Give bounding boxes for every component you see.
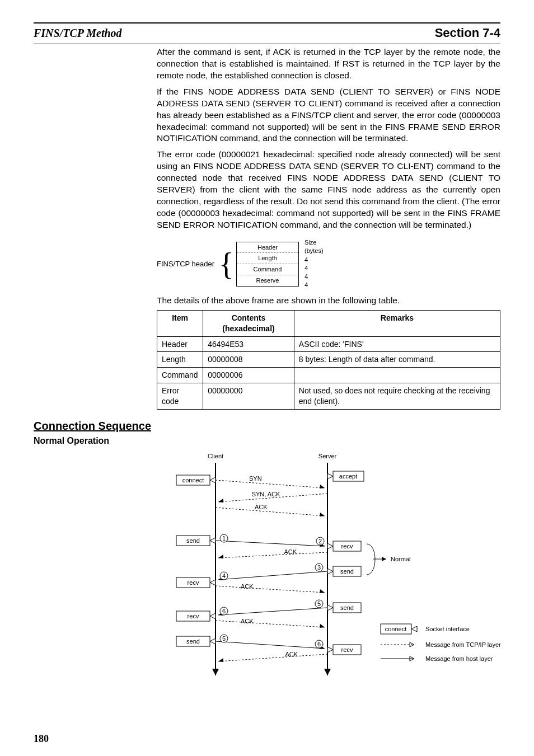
svg-marker-18 <box>327 543 333 549</box>
frame-stack: Header Length Command Reserve <box>236 242 299 287</box>
sequence-svg: Client Server connect send recv <box>157 452 515 687</box>
svg-text:send: send <box>340 568 354 575</box>
subsection-heading: Normal Operation <box>34 436 500 446</box>
cell-item: Header <box>157 336 203 352</box>
table-row: Length 00000008 8 bytes: Length of data … <box>157 352 500 368</box>
cell-contents: 00000006 <box>203 368 294 383</box>
svg-marker-40 <box>320 589 325 593</box>
svg-marker-32 <box>320 513 325 516</box>
legend-tcp-layer: Message from TCP/IP layer <box>381 641 501 648</box>
header-right: Section 7-4 <box>435 26 500 40</box>
svg-marker-21 <box>327 569 333 574</box>
size-val-2: 4 <box>305 273 324 281</box>
svg-text:send: send <box>340 604 354 611</box>
size-header1: Size <box>305 239 324 246</box>
svg-text:send: send <box>186 537 200 544</box>
table-row: Header 46494E53 ASCII code: 'FINS' <box>157 336 500 352</box>
ack-arrow-1 <box>216 508 325 516</box>
svg-marker-15 <box>327 473 333 479</box>
cell-remarks: Not used, so does not require checking a… <box>294 383 500 410</box>
svg-marker-27 <box>327 647 333 652</box>
frame-details-table: Item Contents (hexadecimal) Remarks Head… <box>157 310 500 410</box>
svg-marker-31 <box>218 499 223 503</box>
cell-item: Length <box>157 352 203 368</box>
server-call-send-2: send <box>327 603 361 613</box>
svg-text:recv: recv <box>341 543 353 550</box>
server-call-accept: accept <box>327 471 364 481</box>
svg-marker-52 <box>411 626 417 632</box>
svg-marker-5 <box>210 538 216 543</box>
svg-text:6: 6 <box>317 641 321 647</box>
svg-text:4: 4 <box>222 572 226 579</box>
ack-arrow-5 <box>218 654 327 661</box>
ack-label-4: ACK <box>241 618 254 624</box>
cell-item: Command <box>157 368 203 383</box>
server-lifeline-arrow-icon <box>324 669 331 675</box>
svg-text:accept: accept <box>339 473 357 480</box>
svg-marker-48 <box>218 658 223 662</box>
frame-group-label: FINS/TCP header <box>157 259 214 269</box>
size-val-0: 4 <box>305 256 324 264</box>
svg-text:Message from host layer: Message from host layer <box>425 655 493 662</box>
msg-5-arrow <box>218 608 327 615</box>
svg-marker-11 <box>210 613 216 619</box>
msg-5b-arrow <box>216 641 325 649</box>
paragraph-2: If the FINS NODE ADDRESS DATA SEND (CLIE… <box>157 86 500 145</box>
ack-arrow-2 <box>218 552 327 558</box>
ack-arrow-4 <box>216 621 325 627</box>
cell-remarks: 8 bytes: Length of data after command. <box>294 352 500 368</box>
syn-label: SYN <box>249 475 262 482</box>
svg-marker-30 <box>320 485 325 489</box>
normal-label: Normal <box>391 556 410 562</box>
legend-socket-interface: Socket interface <box>425 626 470 632</box>
svg-text:recv: recv <box>188 579 199 586</box>
svg-text:recv: recv <box>188 613 199 619</box>
server-call-recv-1: recv <box>327 541 361 551</box>
msg-1-arrow <box>216 541 325 546</box>
svg-marker-8 <box>210 580 216 585</box>
th-contents: Contents (hexadecimal) <box>203 310 294 336</box>
client-call-recv-1: recv <box>176 577 216 588</box>
cell-contents: 46494E53 <box>203 336 294 352</box>
svg-text:connect: connect <box>182 477 204 483</box>
svg-marker-49 <box>382 557 386 561</box>
legend-host-layer: Message from host layer <box>381 655 493 662</box>
svg-marker-14 <box>210 638 216 644</box>
frame-row-header: Header <box>237 242 298 253</box>
top-rule-thin <box>34 44 500 44</box>
th-item: Item <box>157 310 203 336</box>
svg-text:Message from TCP/IP layer: Message from TCP/IP layer <box>425 641 501 648</box>
body-content: After the command is sent, if ACK is ret… <box>157 46 500 410</box>
frame-size-column: Size (bytes) 4 4 4 4 <box>305 239 324 289</box>
svg-text:connect: connect <box>385 626 407 632</box>
svg-text:send: send <box>186 638 200 645</box>
table-header-row: Item Contents (hexadecimal) Remarks <box>157 310 500 336</box>
cell-remarks <box>294 368 500 383</box>
th-remarks: Remarks <box>294 310 500 336</box>
syn-arrow <box>216 480 325 488</box>
table-row: Error code 00000000 Not used, so does no… <box>157 383 500 410</box>
client-call-recv-2: recv <box>176 611 216 621</box>
size-val-3: 4 <box>305 281 324 289</box>
header-left: FINS/TCP Method <box>34 27 122 40</box>
svg-marker-44 <box>320 624 325 628</box>
svg-text:1: 1 <box>222 535 226 542</box>
ack-label-3: ACK <box>241 583 254 590</box>
ack-label-5: ACK <box>285 651 298 658</box>
sequence-diagram: Client Server connect send recv <box>157 452 500 689</box>
server-call-recv-2: recv <box>327 645 361 655</box>
ack-arrow-3 <box>216 586 325 593</box>
cell-remarks: ASCII code: 'FINS' <box>294 336 500 352</box>
msg-3-arrow <box>218 571 327 580</box>
client-call-send-2: send <box>176 636 216 646</box>
paragraph-1: After the command is sent, if ACK is ret… <box>157 46 500 82</box>
section-heading: Connection Sequence <box>34 420 500 433</box>
role-client-label: Client <box>208 453 223 459</box>
cell-contents: 00000000 <box>203 383 294 410</box>
size-val-1: 4 <box>305 264 324 273</box>
client-lifeline-arrow-icon <box>212 669 219 675</box>
left-brace-icon: { <box>219 250 234 278</box>
table-caption: The details of the above frame are shown… <box>157 295 500 307</box>
page-header: FINS/TCP Method Section 7-4 <box>34 26 500 40</box>
paragraph-3: The error code (00000021 hexadecimal: sp… <box>157 149 500 231</box>
